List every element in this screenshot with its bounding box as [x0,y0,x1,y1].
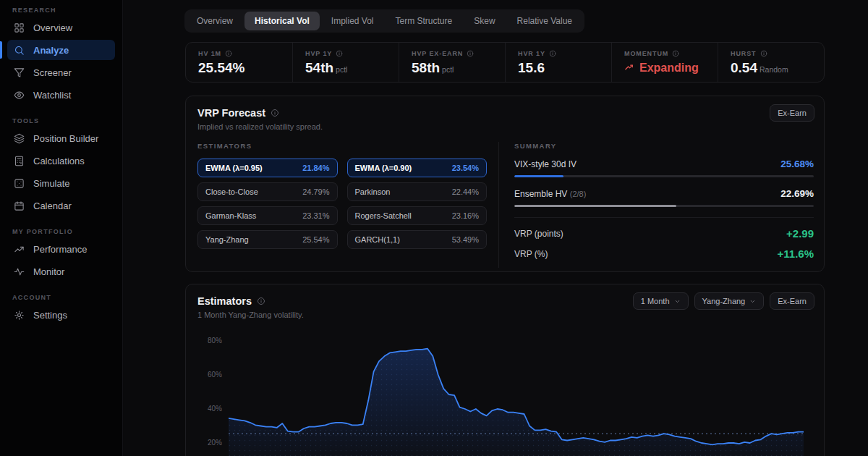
iv-bar-track [514,175,814,177]
hv-bar-track [514,205,814,207]
sidebar-section-account: ACCOUNT Settings [0,290,122,325]
tab-historical-vol[interactable]: Historical Vol [244,12,320,30]
sidebar-item-simulate[interactable]: Simulate [7,173,115,193]
vrp-forecast-card: VRP Forecast Implied vs realized volatil… [185,96,825,272]
estimators-chart-card: Estimators 1 Month Yang-Zhang volatility… [185,284,825,456]
stat-label: HVR 1Y [518,50,545,57]
sidebar-item-label: Position Builder [33,133,98,144]
estimator-value: 22.44% [452,187,479,196]
tab-implied-vol[interactable]: Implied Vol [321,12,384,30]
info-icon[interactable] [271,109,279,117]
sidebar-item-overview[interactable]: Overview [7,17,115,38]
stat-value: 58th [412,60,440,75]
ex-earn-toggle[interactable]: Ex-Earn [770,292,814,310]
y-axis-tick: 40% [186,405,222,413]
chart-area-texture [229,349,804,456]
estimator-value: 23.54% [452,164,479,172]
estimator-dropdown-value: Yang-Zhang [702,297,746,305]
search-icon [14,45,25,56]
sidebar-item-label: Analyze [33,45,69,56]
estimator-name: GARCH(1,1) [355,235,400,244]
app-root: RESEARCH Overview Analyze Screener Watch… [0,0,868,456]
hv-summary-row: Ensemble HV (2/8) 22.69% [514,188,814,207]
trending-up-icon [624,63,635,74]
estimator-name: Garman-Klass [205,211,256,220]
stats-bar: HV 1M 25.54% HVP 1Y 54thpctl HVP EX-EARN… [185,42,825,83]
sidebar-item-label: Watchlist [33,90,71,101]
iv-value: 25.68% [780,159,814,169]
eye-icon [14,90,25,101]
estimator-row-garch[interactable]: GARCH(1,1)53.49% [347,230,488,249]
info-icon[interactable] [549,50,556,57]
stat-label: HVP EX-EARN [412,50,463,57]
layers-icon [14,133,25,144]
sidebar-item-label: Calculations [33,156,85,166]
card-subtitle: Implied vs realized volatility spread. [197,122,812,131]
stat-hurst: HURST 0.54Random [718,43,824,82]
sidebar-item-calendar[interactable]: Calendar [7,195,115,216]
sidebar-item-monitor[interactable]: Monitor [7,261,115,282]
vrp-percent-value: +11.6% [778,248,814,260]
tab-term-structure[interactable]: Term Structure [386,12,463,30]
tab-overview[interactable]: Overview [187,12,243,30]
sidebar-item-label: Monitor [33,266,64,277]
sidebar-item-settings[interactable]: Settings [7,305,115,325]
iv-label: VIX-style 30d IV [514,159,576,169]
activity-pulse-icon [14,266,25,277]
overview-grid-icon [14,22,25,33]
sidebar: RESEARCH Overview Analyze Screener Watch… [0,0,123,456]
estimator-row-ewma-095[interactable]: EWMA (λ=0.95)21.84% [197,159,338,177]
estimator-value: 23.31% [302,211,329,220]
trending-up-icon [14,244,25,255]
estimator-name: Close-to-Close [205,187,258,196]
sidebar-item-analyze[interactable]: Analyze [7,40,115,60]
stat-value: Expanding [639,62,699,75]
info-icon[interactable] [467,50,474,57]
estimator-value: 21.84% [302,164,329,172]
tab-relative-value[interactable]: Relative Value [507,12,583,30]
dice-icon [14,178,25,189]
period-dropdown[interactable]: 1 Month [633,292,689,310]
hv-value: 22.69% [780,188,814,199]
sidebar-item-label: Settings [33,310,67,321]
tab-skew[interactable]: Skew [464,12,505,30]
estimator-row-rogers-satchell[interactable]: Rogers-Satchell23.16% [347,206,488,225]
estimator-name: Yang-Zhang [205,235,249,244]
info-icon[interactable] [336,50,343,57]
chart-plot-area[interactable] [229,328,804,456]
funnel-icon [14,67,25,78]
y-axis-tick: 60% [186,371,222,379]
estimator-value: 53.49% [452,235,479,244]
estimator-value: 24.79% [302,187,329,196]
estimator-dropdown[interactable]: Yang-Zhang [694,292,765,310]
info-icon[interactable] [760,50,767,57]
estimator-name: Parkinson [355,187,391,196]
chevron-down-icon [749,298,756,305]
sidebar-item-screener[interactable]: Screener [7,62,115,83]
iv-summary-row: VIX-style 30d IV 25.68% [514,159,814,177]
vrp-percent-label: VRP (%) [514,249,548,259]
estimator-row-yang-zhang[interactable]: Yang-Zhang25.54% [197,230,338,249]
estimator-name: Rogers-Satchell [355,211,412,220]
sidebar-item-performance[interactable]: Performance [7,239,115,259]
sidebar-item-position-builder[interactable]: Position Builder [7,128,115,148]
stat-hvr-1y: HVR 1Y 15.6 [505,43,611,82]
stat-suffix: pctl [442,65,454,74]
info-icon[interactable] [257,297,265,305]
estimator-row-close-to-close[interactable]: Close-to-Close24.79% [197,182,338,201]
vrp-points-row: VRP (points) +2.99 [514,227,814,240]
y-axis-tick: 20% [186,439,222,447]
ex-earn-toggle[interactable]: Ex-Earn [770,104,814,122]
stat-hvp-ex-earn: HVP EX-EARN 58thpctl [399,43,505,82]
estimator-row-parkinson[interactable]: Parkinson22.44% [347,182,488,201]
chevron-down-icon [674,298,681,305]
info-icon[interactable] [672,50,679,57]
calendar-icon [14,200,25,211]
info-icon[interactable] [225,50,232,57]
sidebar-item-calculations[interactable]: Calculations [7,151,115,171]
sidebar-item-watchlist[interactable]: Watchlist [7,85,115,105]
card-title: VRP Forecast [197,107,265,119]
estimator-row-ewma-090[interactable]: EWMA (λ=0.90)23.54% [347,159,488,177]
estimator-row-garman-klass[interactable]: Garman-Klass23.31% [197,206,338,225]
stat-value: 25.54% [198,60,292,76]
